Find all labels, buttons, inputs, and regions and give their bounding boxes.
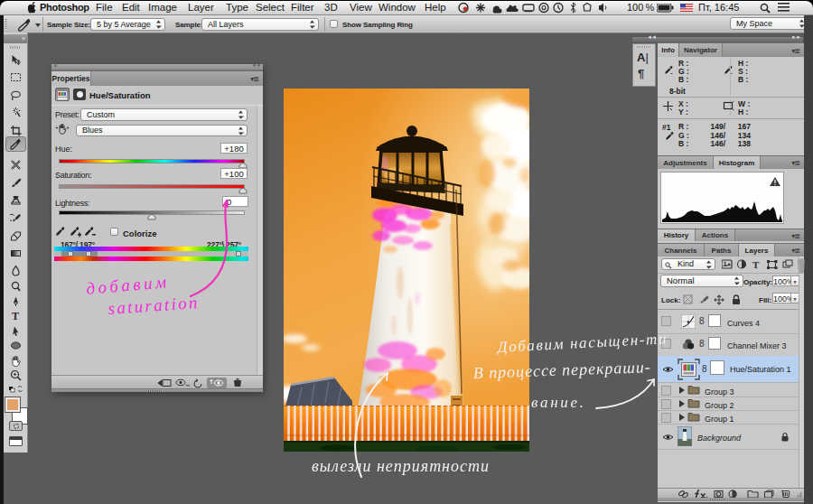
svg-text:В процессе перекраши-: В процессе перекраши- (472, 358, 650, 382)
svg-text:saturation: saturation (107, 293, 198, 318)
svg-text:Добавим насыщен-ти: Добавим насыщен-ти (495, 330, 667, 356)
svg-text:добавим: добавим (86, 272, 167, 298)
svg-text:вание.: вание. (531, 394, 584, 411)
svg-text:вылезли неприятности: вылезли неприятности (312, 457, 489, 475)
